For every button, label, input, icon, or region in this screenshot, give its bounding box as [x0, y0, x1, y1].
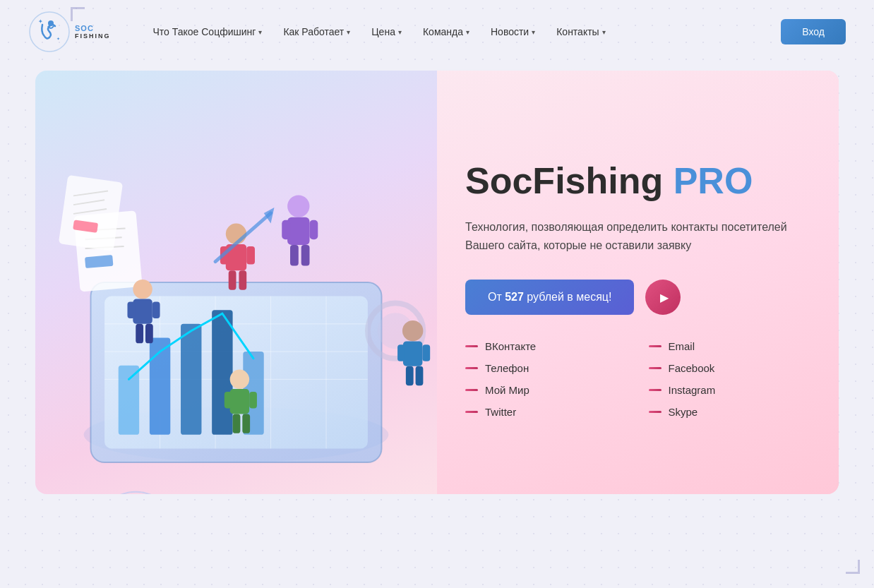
- feature-skype: Skype: [649, 406, 804, 418]
- nav-item-price[interactable]: Цена ▾: [371, 26, 402, 37]
- nav-item-team[interactable]: Команда ▾: [423, 26, 469, 37]
- hero-illustration-area: [35, 71, 437, 494]
- feature-dash-icon: [465, 411, 478, 413]
- svg-rect-51: [397, 344, 405, 361]
- feature-phone: Телефон: [465, 362, 621, 374]
- nav-item-how[interactable]: Как Работает ▾: [283, 26, 350, 37]
- logo-text-fishing: FISHING: [75, 32, 111, 40]
- play-button[interactable]: [645, 280, 681, 315]
- hero-section: SocFishing PRO Технология, позволяющая о…: [35, 71, 839, 494]
- feature-twitter: Twitter: [465, 406, 621, 418]
- svg-rect-58: [249, 392, 257, 409]
- chevron-down-icon: ▾: [347, 28, 350, 36]
- feature-dash-icon: [649, 411, 662, 413]
- chevron-down-icon: ▾: [532, 28, 535, 36]
- feature-dash-icon: [465, 367, 478, 369]
- svg-rect-39: [127, 301, 135, 318]
- feature-vkontakte: ВКонтакте: [465, 340, 621, 352]
- cta-row: От 527 рублей в месяц!: [465, 280, 803, 315]
- svg-point-55: [230, 370, 249, 389]
- svg-rect-35: [290, 245, 299, 265]
- svg-text:✦: ✦: [38, 18, 43, 25]
- svg-rect-52: [422, 344, 430, 361]
- feature-dash-icon: [649, 367, 662, 369]
- svg-rect-53: [406, 366, 414, 385]
- svg-rect-60: [242, 414, 250, 433]
- feature-moimir: Мой Мир: [465, 384, 621, 396]
- logo-text-soc: SOC: [75, 24, 111, 32]
- navbar: ✦ ✦ SOC FISHING Что Такое Соцфишинг ▾ Ка…: [0, 0, 874, 64]
- svg-point-1: [48, 20, 54, 26]
- feature-dash-icon: [649, 389, 662, 391]
- feature-dash-icon: [465, 389, 478, 391]
- feature-instagram: Instagram: [649, 384, 804, 396]
- logo-icon: ✦ ✦: [28, 11, 71, 53]
- nav-item-news[interactable]: Новости ▾: [491, 26, 535, 37]
- svg-point-31: [287, 195, 309, 217]
- login-button[interactable]: Вход: [781, 19, 846, 44]
- logo[interactable]: ✦ ✦ SOC FISHING: [28, 11, 111, 53]
- chevron-down-icon: ▾: [602, 28, 606, 36]
- chevron-down-icon: ▾: [398, 28, 402, 36]
- nav-item-what[interactable]: Что Такое Соцфишинг ▾: [153, 26, 263, 37]
- svg-rect-34: [309, 220, 318, 239]
- svg-rect-59: [233, 414, 241, 433]
- nav-item-contacts[interactable]: Контакты ▾: [556, 26, 605, 37]
- svg-rect-48: [239, 270, 246, 289]
- feature-facebook: Facebook: [649, 362, 804, 374]
- svg-rect-46: [246, 246, 255, 265]
- svg-rect-15: [119, 366, 139, 435]
- svg-rect-61: [59, 175, 123, 251]
- nav-links: Что Такое Соцфишинг ▾ Как Работает ▾ Цен…: [153, 26, 782, 37]
- svg-point-37: [133, 280, 152, 299]
- svg-rect-57: [225, 392, 232, 409]
- svg-rect-40: [152, 301, 160, 318]
- feature-dash-icon: [465, 345, 478, 347]
- svg-rect-38: [133, 299, 152, 324]
- svg-rect-54: [416, 366, 424, 385]
- svg-text:✦: ✦: [56, 37, 60, 41]
- svg-rect-18: [212, 310, 232, 435]
- svg-rect-42: [145, 324, 153, 343]
- svg-rect-50: [403, 341, 422, 366]
- svg-rect-17: [181, 324, 201, 435]
- features-grid: ВКонтакте Email Телефон Facebook Мой Мир…: [465, 340, 803, 418]
- hero-subtitle: Технология, позволяющая определить конта…: [465, 218, 790, 254]
- feature-dash-icon: [649, 345, 662, 347]
- svg-rect-56: [230, 389, 249, 414]
- hero-content: SocFishing PRO Технология, позволяющая о…: [437, 71, 839, 494]
- svg-point-49: [402, 320, 423, 341]
- hero-svg-illustration: [35, 71, 437, 494]
- cta-price-button[interactable]: От 527 рублей в месяц!: [465, 280, 634, 315]
- chevron-down-icon: ▾: [466, 28, 469, 36]
- corner-decoration-br: [846, 560, 860, 574]
- hero-title: SocFishing PRO: [465, 161, 803, 201]
- svg-rect-47: [229, 270, 237, 289]
- feature-email: Email: [649, 340, 804, 352]
- svg-rect-33: [282, 220, 290, 239]
- svg-rect-36: [301, 245, 310, 265]
- svg-rect-32: [287, 217, 309, 245]
- svg-rect-41: [136, 324, 143, 343]
- chevron-down-icon: ▾: [258, 28, 262, 36]
